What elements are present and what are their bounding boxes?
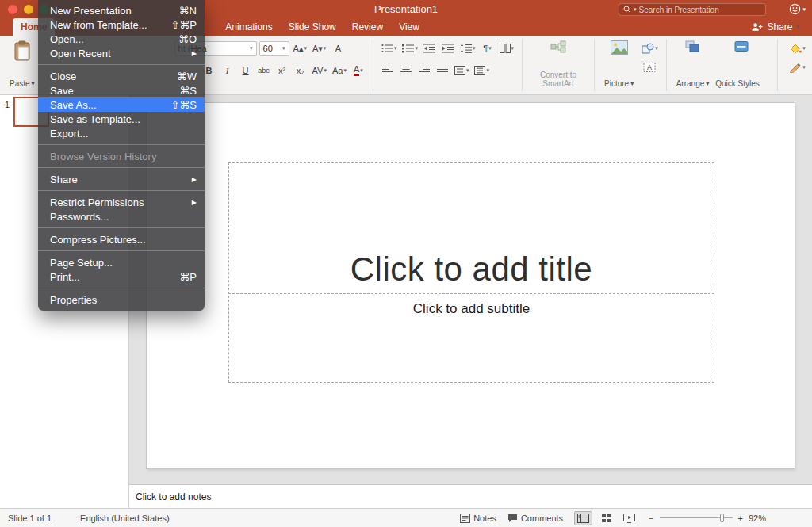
align-right-icon	[419, 66, 430, 75]
strikethrough-button[interactable]: abc	[256, 63, 272, 78]
picture-label: Picture	[604, 79, 629, 88]
slide-number-label: 1	[5, 100, 10, 109]
notes-pane[interactable]: Click to add notes	[129, 484, 812, 508]
line-spacing-button[interactable]: ▾	[458, 40, 477, 56]
submenu-arrow-icon: ▶	[192, 199, 197, 206]
arrange-label: Arrange	[676, 79, 705, 88]
font-color-button[interactable]: A▾	[350, 63, 366, 78]
increase-indent-icon	[442, 44, 454, 53]
search-input[interactable]	[639, 6, 761, 14]
align-text-button[interactable]: ▾	[473, 63, 491, 78]
zoom-level-label[interactable]: 92%	[749, 514, 766, 523]
change-case-button[interactable]: Aa▾	[331, 63, 348, 78]
text-direction-button[interactable]: ¶▾	[480, 40, 496, 56]
menu-item-export[interactable]: Export...	[38, 126, 205, 140]
strikethrough-icon: abc	[258, 67, 270, 74]
text-box-icon: A	[643, 62, 656, 73]
distribute-text-icon	[454, 66, 465, 75]
increase-indent-button[interactable]	[440, 40, 456, 56]
quick-styles-button[interactable]: Quick Styles	[712, 39, 771, 90]
language-button[interactable]: English (United States)	[80, 514, 170, 523]
zoom-slider-thumb[interactable]	[720, 514, 724, 522]
share-button[interactable]: Share ▾	[751, 18, 799, 36]
format-group: ▾ ▾	[777, 39, 807, 91]
text-box-button[interactable]: A	[640, 59, 660, 75]
arrange-button[interactable]: Arrange▾	[673, 39, 713, 90]
menu-item-properties[interactable]: Properties	[38, 292, 205, 307]
numbering-button[interactable]: ▾	[400, 40, 419, 56]
bullets-button[interactable]: ▾	[380, 40, 399, 56]
feedback-smiley-button[interactable]: ▾	[789, 3, 806, 15]
menu-item-new-presentation[interactable]: New Presentation⌘N	[38, 3, 205, 17]
justify-button[interactable]	[435, 63, 450, 78]
convert-to-smartart-button[interactable]: Convert to SmartArt	[529, 39, 588, 90]
superscript-button[interactable]: x²	[274, 63, 290, 78]
menu-item-save-as[interactable]: Save As...⇧⌘S	[38, 97, 205, 112]
menu-item-new-from-template[interactable]: New from Template...⇧⌘P	[38, 17, 205, 32]
slide-sorter-view-button[interactable]	[599, 512, 615, 525]
menu-item-print[interactable]: Print...⌘P	[38, 269, 205, 284]
shapes-button[interactable]: ▾	[640, 40, 660, 56]
menu-item-restrict-permissions[interactable]: Restrict Permissions▶	[38, 195, 205, 209]
menu-item-open[interactable]: Open...⌘O	[38, 32, 205, 46]
menu-item-compress-pictures[interactable]: Compress Pictures...	[38, 232, 205, 246]
clear-formatting-button[interactable]: A	[330, 40, 346, 56]
caret-down-icon: ▾	[360, 67, 363, 74]
decrease-indent-button[interactable]	[422, 40, 438, 56]
notes-toggle-button[interactable]: Notes	[460, 514, 496, 523]
zoom-slider[interactable]	[660, 514, 733, 522]
shape-outline-button[interactable]: ▾	[787, 59, 807, 75]
menu-item-close[interactable]: Close⌘W	[38, 69, 205, 83]
caret-down-icon: ▾	[250, 45, 253, 52]
distribute-text-button[interactable]: ▾	[453, 63, 471, 78]
shrink-font-button[interactable]: A▾▾	[311, 40, 327, 56]
slide-canvas[interactable]: Click to add title Click to add subtitle	[147, 103, 795, 468]
character-spacing-button[interactable]: AV▾	[311, 63, 328, 78]
caret-down-icon: ▾	[324, 67, 327, 74]
italic-button[interactable]: I	[220, 63, 236, 78]
font-size-select[interactable]: 60▾	[259, 41, 289, 56]
slide-show-view-button[interactable]	[621, 512, 638, 525]
svg-text:A: A	[647, 63, 652, 71]
shape-fill-button[interactable]: ▾	[787, 40, 807, 56]
slide-editing-area: Click to add title Click to add subtitle	[129, 95, 812, 484]
title-placeholder[interactable]: Click to add title	[228, 162, 714, 294]
zoom-out-button[interactable]: −	[649, 514, 653, 523]
caret-down-icon: ▾	[394, 45, 397, 52]
picture-button[interactable]: Picture▾	[601, 39, 637, 90]
tab-animations[interactable]: Animations	[217, 18, 280, 36]
paste-button[interactable]: Paste▾	[6, 39, 38, 90]
align-center-button[interactable]	[398, 63, 414, 78]
subtitle-placeholder[interactable]: Click to add subtitle	[228, 296, 714, 383]
align-right-button[interactable]	[416, 63, 432, 78]
underline-button[interactable]: U	[238, 63, 254, 78]
tab-review[interactable]: Review	[344, 18, 391, 36]
view-switcher	[574, 511, 638, 525]
tab-view[interactable]: View	[391, 18, 427, 36]
columns-button[interactable]: ▾	[498, 40, 516, 56]
change-case-icon: Aa	[332, 66, 343, 75]
grow-font-button[interactable]: A▴▾	[292, 40, 308, 56]
menu-item-open-recent[interactable]: Open Recent▶	[38, 46, 205, 60]
tab-slide-show[interactable]: Slide Show	[281, 18, 344, 36]
subscript-button[interactable]: x₂	[293, 63, 308, 78]
menu-item-page-setup[interactable]: Page Setup...	[38, 255, 205, 269]
quick-styles-icon	[734, 40, 749, 52]
menu-item-passwords[interactable]: Passwords...	[38, 209, 205, 223]
caret-down-icon: ▾	[655, 45, 658, 52]
menu-item-share[interactable]: Share▶	[38, 172, 205, 186]
subtitle-placeholder-text: Click to add subtitle	[413, 301, 530, 317]
menu-item-save[interactable]: Save⌘S	[38, 83, 205, 97]
normal-view-button[interactable]	[574, 511, 592, 525]
align-left-button[interactable]	[380, 63, 396, 78]
bullets-icon	[381, 44, 393, 53]
caret-down-icon: ▾	[630, 80, 634, 87]
zoom-in-button[interactable]: +	[738, 514, 743, 523]
menu-item-save-as-template[interactable]: Save as Template...	[38, 112, 205, 126]
fill-bucket-icon	[789, 44, 802, 54]
caret-down-icon: ▾	[473, 45, 476, 52]
paragraph-group: ▾ ▾ ▾ ¶▾ ▾ ▾ ▾	[373, 39, 515, 91]
search-field[interactable]: ▾	[619, 3, 766, 16]
comments-toggle-button[interactable]: Comments	[508, 514, 563, 523]
caret-down-icon: ▾	[802, 64, 806, 71]
